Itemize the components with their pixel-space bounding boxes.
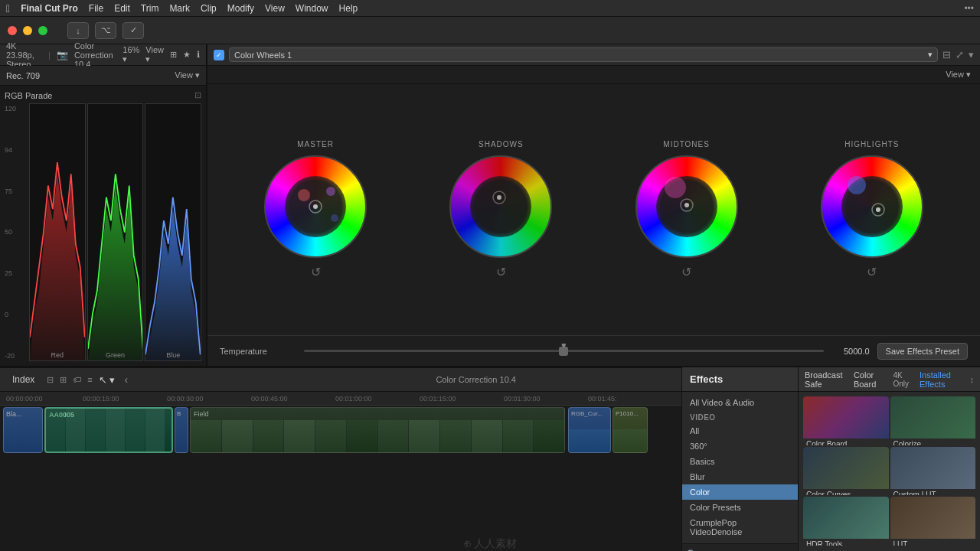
svg-point-14 [665,177,686,198]
temperature-value: 5000.0 [831,347,870,356]
save-effects-preset-button[interactable]: Save Effects Preset [877,343,968,360]
highlights-wheel-container: HIGHLIGHTS [818,140,926,279]
effects-item-360[interactable]: 360° [682,439,798,454]
waveform-labels: 120 94 75 50 25 0 -20 [5,103,26,361]
effects-left-panel: Effects All Video & Audio VIDEO All 360°… [682,367,799,551]
effect-colorize[interactable]: Colorize [890,396,976,445]
view-row: View ▾ [207,66,980,84]
toolbar: ↓ ⌥ ✓ [0,17,980,44]
tag-btn[interactable]: 🏷 [73,375,81,384]
effects-item-blur[interactable]: Blur [682,469,798,484]
cursor-tool[interactable]: ↖ ▾ [99,374,116,386]
effects-item-basics[interactable]: Basics [682,454,798,469]
clip-rgb-cur[interactable]: RGB_Cur... [568,407,611,453]
menu-mark[interactable]: Mark [169,3,190,14]
waveform-title-label: RGB Parade [5,91,52,100]
menu-final-cut-pro[interactable]: Final Cut Pro [21,3,78,14]
waveform-options-icon[interactable]: ⊡ [194,90,201,100]
master-label: MASTER [297,140,334,148]
effects-grid: Color Board Colorize Color Curves [799,392,980,550]
effect-color-curves[interactable]: Color Curves [803,447,889,496]
filter-btn[interactable]: ≡ [87,375,92,384]
master-reset-btn[interactable]: ↺ [311,265,321,279]
clip-p1010[interactable]: P1010... [612,407,648,453]
effects-item-color-presets[interactable]: Color Presets [682,500,798,515]
effects-item-crumplepop[interactable]: CrumplePop VideoDenoise [682,515,798,540]
effects-video-section: VIDEO [682,410,798,423]
chevron-down-icon[interactable]: ▾ [969,49,974,60]
shadows-reset-btn[interactable]: ↺ [496,265,506,279]
close-button[interactable] [8,26,17,35]
menu-file[interactable]: File [89,3,103,14]
effects-item-color[interactable]: Color [682,484,798,500]
color-enable-checkbox[interactable]: ✓ [214,50,224,60]
zoom-select[interactable]: 16% ▾ [122,45,139,64]
menu-trim[interactable]: Trim [141,3,159,14]
apple-logo[interactable]:  [6,2,10,15]
video-track-1: Bla... AA0005 B [0,407,681,458]
menu-modify[interactable]: Modify [227,3,254,14]
clip-field[interactable]: Field [190,407,565,453]
highlights-reset-btn[interactable]: ↺ [867,265,877,279]
menu-clip[interactable]: Clip [201,3,217,14]
toolbar-check-btn[interactable]: ✓ [122,22,144,39]
svg-point-3 [298,189,310,201]
effects-all-video-audio[interactable]: All Video & Audio [682,395,798,410]
effect-custom-lut[interactable]: Custom LUT [890,447,976,496]
grid-view-btn[interactable]: ⊞ [60,375,67,385]
view-label[interactable]: View ▾ [946,70,971,80]
menu-help[interactable]: Help [339,3,358,14]
svg-point-5 [331,214,338,222]
info-icon[interactable]: ℹ [197,50,200,60]
effects-item-all[interactable]: All [682,423,798,439]
effect-color-board[interactable]: Color Board [803,396,889,445]
maximize-button[interactable] [38,26,47,35]
clip-aa0005[interactable]: AA0005 [44,407,173,453]
highlights-wheel[interactable] [818,153,926,260]
menu-window[interactable]: Window [296,3,328,14]
menu-view[interactable]: View [265,3,285,14]
view-btn-top[interactable]: View ▾ [145,45,164,64]
minimize-button[interactable] [23,26,32,35]
toolbar-key-btn[interactable]: ⌥ [95,22,116,39]
effect-hdr-tools[interactable]: HDR Tools [803,497,889,546]
temperature-slider[interactable]: ♥ [304,350,824,352]
color-mode-dropdown[interactable]: Color Wheels 1 ▾ [229,47,938,62]
waveform-area: RGB Parade ⊡ 120 94 75 50 25 0 -20 [0,86,206,366]
shadows-wheel[interactable] [447,153,554,260]
expand-small-icon[interactable]: ⤢ [956,49,964,60]
ruler-mark-3: 00:00:45:00 [251,395,288,403]
rec-label: Rec. 709 [6,71,40,80]
color-toolbar: ✓ Color Wheels 1 ▾ ⊟ ⤢ ▾ [207,44,980,66]
nav-left-btn[interactable]: ‹ [124,373,128,386]
rec-view-btn[interactable]: View ▾ [175,70,200,80]
index-tab[interactable]: Index [6,373,41,386]
effect-hdr-tools-label: HDR Tools [803,539,889,546]
blue-channel: Blue [145,103,201,361]
svg-point-7 [313,204,318,209]
clip-b[interactable]: B [175,407,188,453]
toolbar-down-btn[interactable]: ↓ [67,22,89,39]
effects-right-header: Broadcast Safe Color Board 4K Only Insta… [799,367,980,392]
scope-small-icon[interactable]: ⊟ [942,49,951,60]
midtones-wheel[interactable] [633,153,740,260]
master-wheel[interactable] [262,153,369,260]
menu-edit[interactable]: Edit [114,3,130,14]
ruler-mark-1: 00:00:15:00 [83,395,119,403]
menu-extra-dots: ••• [964,3,974,14]
installed-effects-label[interactable]: Installed Effects [920,370,964,389]
midtones-reset-btn[interactable]: ↺ [681,265,691,279]
effect-placeholder[interactable]: LUT... [890,497,976,546]
list-view-btn[interactable]: ⊟ [47,375,54,385]
effects-search-bar: 🔍 [682,543,798,551]
waveform-channels: Red [29,103,201,361]
format-label: 4K 23.98p, Stereo [6,41,42,69]
k4-only-checkbox[interactable]: 4K Only [893,371,913,388]
effect-placeholder-label: LUT... [890,539,976,546]
effects-list: All Video & Audio VIDEO All 360° Basics … [682,392,798,543]
color-panel: ✓ Color Wheels 1 ▾ ⊟ ⤢ ▾ View ▾ MASTER [207,44,980,366]
sort-icon[interactable]: ↕ [970,375,975,384]
clip-bla[interactable]: Bla... [3,407,43,453]
svg-point-19 [848,176,866,194]
effect-color-board-label: Color Board [803,439,889,445]
